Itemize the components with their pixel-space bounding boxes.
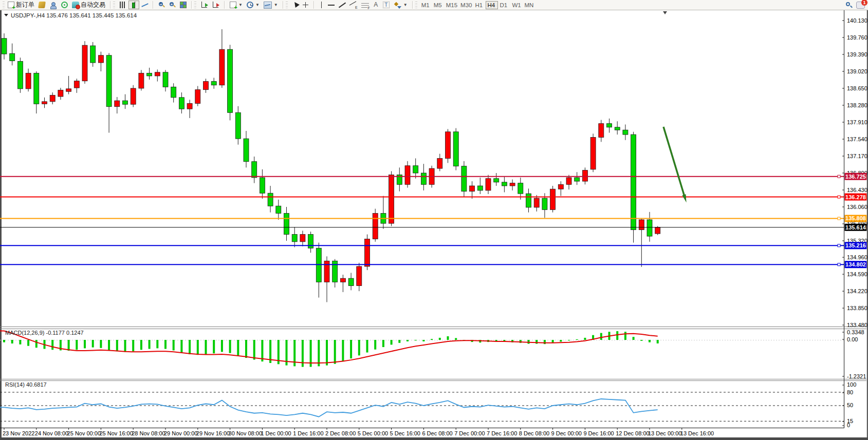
new-order-button[interactable]: + 新订单 bbox=[6, 1, 36, 9]
svg-text:134.802: 134.802 bbox=[845, 261, 866, 267]
text-label-button[interactable]: T bbox=[381, 1, 392, 9]
svg-text:2 Dec 08:00: 2 Dec 08:00 bbox=[325, 430, 356, 436]
channel-icon bbox=[349, 2, 357, 8]
autoscroll-icon bbox=[201, 2, 208, 8]
bar-chart-icon bbox=[120, 2, 126, 8]
svg-text:139.760: 139.760 bbox=[847, 34, 867, 41]
chart-shift-button[interactable] bbox=[210, 1, 221, 9]
window-left-border bbox=[0, 10, 2, 437]
notifications-icon[interactable]: 1 bbox=[856, 2, 865, 9]
tile-windows-icon bbox=[180, 2, 187, 8]
indicators-button[interactable]: +▼ bbox=[228, 1, 245, 9]
svg-text:25 Nov 16:00: 25 Nov 16:00 bbox=[99, 430, 133, 436]
sound-icon bbox=[38, 2, 46, 8]
channel-button[interactable] bbox=[347, 1, 359, 9]
periods-button[interactable]: ▼ bbox=[245, 1, 262, 9]
toolbar-grip[interactable] bbox=[3, 2, 5, 9]
notification-badge: 1 bbox=[861, 0, 867, 6]
svg-text:138.280: 138.280 bbox=[847, 102, 867, 108]
timeframe-H1[interactable]: H1 bbox=[473, 1, 486, 9]
candlestick-button[interactable] bbox=[128, 1, 139, 9]
svg-text:135.216: 135.216 bbox=[845, 242, 866, 248]
timeframe-MN[interactable]: MN bbox=[523, 1, 535, 9]
svg-text:136.060: 136.060 bbox=[847, 204, 867, 210]
svg-text:7 Dec 16:00: 7 Dec 16:00 bbox=[487, 430, 517, 436]
chart-shift-icon bbox=[212, 2, 219, 8]
cursor-button[interactable] bbox=[290, 1, 300, 9]
svg-text:8 Dec 08:00: 8 Dec 08:00 bbox=[519, 430, 549, 436]
timeframe-M5[interactable]: M5 bbox=[432, 1, 445, 9]
zoom-out-icon: − bbox=[169, 2, 176, 8]
svg-text:13 Dec 16:00: 13 Dec 16:00 bbox=[680, 430, 714, 436]
bar-chart-button[interactable] bbox=[118, 1, 128, 9]
tile-windows-button[interactable] bbox=[178, 1, 189, 9]
svg-text:133.850: 133.850 bbox=[847, 305, 867, 311]
timeframe-D1[interactable]: D1 bbox=[498, 1, 510, 9]
timeframe-M1[interactable]: M1 bbox=[420, 1, 432, 9]
svg-text:25 Nov 00:00: 25 Nov 00:00 bbox=[67, 430, 101, 436]
timeframe-W1[interactable]: W1 bbox=[510, 1, 523, 9]
zoom-out-button[interactable]: − bbox=[167, 1, 178, 9]
svg-text:0.3348: 0.3348 bbox=[847, 329, 864, 335]
svg-text:12 Dec 08:00: 12 Dec 08:00 bbox=[616, 430, 649, 436]
vertical-line-button[interactable] bbox=[317, 1, 326, 9]
svg-text:1 Dec 16:00: 1 Dec 16:00 bbox=[293, 430, 323, 436]
timeframe-group: M1M5M15M30H1H4D1W1MN bbox=[418, 0, 537, 10]
svg-text:30 Nov 08:00: 30 Nov 08:00 bbox=[229, 430, 262, 436]
svg-text:5 Dec 16:00: 5 Dec 16:00 bbox=[390, 430, 420, 436]
timeframe-M15[interactable]: M15 bbox=[445, 1, 459, 9]
svg-text:136.278: 136.278 bbox=[845, 194, 866, 200]
arrows-icon bbox=[394, 2, 401, 9]
svg-text:139.020: 139.020 bbox=[847, 68, 867, 74]
svg-text:133.480: 133.480 bbox=[847, 322, 867, 328]
trendline-button[interactable] bbox=[337, 1, 347, 9]
svg-text:137.170: 137.170 bbox=[847, 153, 867, 159]
svg-text:136.725: 136.725 bbox=[845, 174, 866, 180]
crosshair-button[interactable] bbox=[300, 1, 311, 9]
autotrade-button[interactable]: 自动交易 bbox=[70, 1, 107, 9]
svg-text:USDJPY-,H4 135.476 135.641 13: USDJPY-,H4 135.476 135.641 135.445 135.6… bbox=[11, 12, 137, 18]
svg-text:RSI(14) 40.6817: RSI(14) 40.6817 bbox=[5, 381, 47, 388]
search-icon[interactable] bbox=[845, 2, 852, 8]
svg-text:137.910: 137.910 bbox=[847, 119, 867, 125]
vertical-line-icon bbox=[319, 2, 324, 8]
svg-text:135.614: 135.614 bbox=[845, 224, 866, 231]
svg-text:136.430: 136.430 bbox=[847, 187, 867, 193]
autotrade-label: 自动交易 bbox=[81, 1, 105, 9]
line-chart-button[interactable] bbox=[139, 1, 150, 9]
svg-text:5 Dec 00:00: 5 Dec 00:00 bbox=[358, 430, 388, 436]
fibonacci-icon bbox=[361, 2, 369, 8]
chart-canvas[interactable]: 140.130139.760139.390139.020138.650138.2… bbox=[0, 0, 868, 440]
profile-button[interactable] bbox=[47, 1, 59, 9]
svg-text:100: 100 bbox=[847, 381, 856, 388]
indicators-icon: + bbox=[230, 2, 236, 8]
text-icon: A bbox=[373, 2, 379, 9]
svg-text:140.130: 140.130 bbox=[847, 17, 867, 24]
svg-text:28 Nov 08:00: 28 Nov 08:00 bbox=[132, 430, 165, 436]
svg-text:MACD(12,26,9) -0.1177 0.1247: MACD(12,26,9) -0.1177 0.1247 bbox=[5, 330, 84, 336]
arrows-button[interactable]: ▼ bbox=[392, 1, 410, 9]
svg-text:9 Dec 16:00: 9 Dec 16:00 bbox=[583, 430, 614, 436]
sound-button[interactable] bbox=[36, 1, 47, 9]
autoscroll-button[interactable] bbox=[199, 1, 210, 9]
timeframe-H4[interactable]: H4 bbox=[486, 1, 498, 9]
svg-text:24 Nov 08:00: 24 Nov 08:00 bbox=[35, 430, 68, 436]
svg-text:23 Nov 2022: 23 Nov 2022 bbox=[3, 430, 34, 436]
new-order-label: 新订单 bbox=[16, 1, 34, 9]
signal-button[interactable] bbox=[59, 1, 70, 9]
timeframe-M30[interactable]: M30 bbox=[459, 1, 473, 9]
fibonacci-button[interactable] bbox=[359, 1, 371, 9]
zoom-in-button[interactable]: + bbox=[156, 1, 167, 9]
zoom-in-icon: + bbox=[158, 2, 165, 8]
templates-button[interactable]: ▼ bbox=[262, 1, 280, 9]
text-button[interactable]: A bbox=[371, 1, 381, 9]
chart-title: USDJPY-,H4 135.476 135.641 135.445 135.6… bbox=[4, 12, 137, 18]
svg-text:137.540: 137.540 bbox=[847, 136, 867, 142]
svg-text:134.220: 134.220 bbox=[847, 288, 867, 294]
horizontal-line-button[interactable] bbox=[326, 1, 337, 9]
svg-text:7 Dec 00:00: 7 Dec 00:00 bbox=[454, 430, 485, 436]
signal-icon bbox=[61, 2, 68, 8]
periods-icon bbox=[247, 2, 253, 8]
svg-text:134.960: 134.960 bbox=[847, 254, 867, 260]
svg-text:135.808: 135.808 bbox=[845, 215, 866, 221]
